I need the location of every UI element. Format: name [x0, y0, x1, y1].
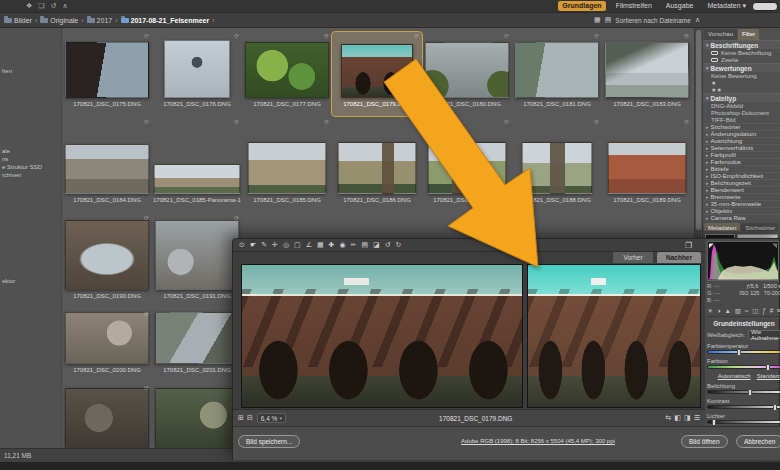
sidebar-item[interactable]: ektor: [2, 278, 15, 284]
filter-section-collapsed[interactable]: ▸35-mm-Brennweite: [703, 200, 780, 207]
filter-section-collapsed[interactable]: ▸Camera Raw: [703, 214, 780, 221]
workflow-options-link[interactable]: Adobe RGB (1998); 8 Bit; 8256 x 5504 (45…: [408, 438, 668, 444]
cancel-button[interactable]: Abbrechen: [736, 435, 780, 448]
spot-removal-tool-icon[interactable]: ✚: [329, 239, 335, 251]
filter-section-collapsed[interactable]: ▸Belichtungszeit: [703, 179, 780, 186]
rotate-badge-icon[interactable]: ⟳: [324, 118, 329, 125]
red-eye-tool-icon[interactable]: ◉: [339, 239, 345, 251]
thumbnail-cell[interactable]: 170821_DSC_0201.DNG⟳: [152, 310, 242, 382]
targeted-adjustment-tool-icon[interactable]: ◎: [283, 239, 289, 251]
filter-item[interactable]: ★★: [703, 86, 780, 93]
sidebar-item[interactable]: ale: [2, 148, 10, 154]
before-after-split-icon[interactable]: ◨: [684, 414, 691, 422]
rotate-badge-icon[interactable]: ⟳: [144, 214, 149, 221]
thumbnail-cell[interactable]: 170821_DSC_0200.DNG⟳: [62, 310, 152, 382]
filter-item[interactable]: ★: [703, 79, 780, 86]
thumbnail-view-icon[interactable]: ▦: [594, 16, 601, 24]
filter-section-collapsed[interactable]: ▸Seitenverhältnis: [703, 144, 780, 151]
sidebar-item[interactable]: ns: [2, 156, 8, 162]
auto-link[interactable]: Automatisch: [718, 373, 751, 379]
rotate-badge-icon[interactable]: ⟳: [144, 384, 149, 391]
filter-section-collapsed[interactable]: ▸Blendenwert: [703, 186, 780, 193]
save-image-button[interactable]: Bild speichern...: [238, 435, 300, 448]
toggle-panel-icon[interactable]: ❐: [685, 240, 692, 252]
straighten-tool-icon[interactable]: ∠: [306, 239, 312, 251]
crop-tool-icon[interactable]: ▢: [294, 239, 301, 251]
thumbnail-cell[interactable]: 170821_DSC_0184.DNG⟳: [62, 118, 152, 212]
rotate-badge-icon[interactable]: ⟳: [144, 118, 149, 125]
thumbnail-cell[interactable]: 170821_DSC_0179.DNG⟳: [332, 32, 422, 116]
thumbnail-cell[interactable]: 170821_DSC_0185.DNG⟳: [242, 118, 332, 212]
breadcrumb-item[interactable]: 2017: [87, 17, 113, 24]
thumbnail-cell[interactable]: 170821_DSC_0191.DNG⟳: [152, 214, 242, 308]
workspace-tab[interactable]: Filmstreifen: [612, 1, 656, 11]
list-view-icon[interactable]: ▤: [605, 16, 612, 24]
detail-icon[interactable]: ▲: [724, 307, 730, 315]
rotate-badge-icon[interactable]: ⟳: [684, 118, 689, 125]
thumbnail-cell[interactable]: 170821_DSC_0183.DNG⟳: [602, 32, 692, 116]
slider-track[interactable]: [707, 390, 780, 394]
metadata-panel-tab[interactable]: Metadaten: [704, 223, 740, 231]
zoom-level-select[interactable]: 6,4 % ▾: [257, 413, 286, 423]
search-input[interactable]: [752, 2, 778, 11]
thumbnail-cell[interactable]: 170821_DSC_0190.DNG⟳: [62, 214, 152, 308]
toggle-preview-icon[interactable]: ⊟: [247, 414, 253, 422]
breadcrumb-item[interactable]: 2017-08-21_Felsenmeer: [121, 17, 210, 24]
radial-filter-tool-icon[interactable]: ◪: [373, 239, 380, 251]
rotate-badge-icon[interactable]: ⟳: [144, 32, 149, 39]
rotate-left-icon[interactable]: ↺: [385, 239, 391, 251]
slider-track[interactable]: [707, 365, 780, 369]
scrollbar-thumb[interactable]: [696, 30, 701, 230]
thumbnail-cell[interactable]: ⟳: [152, 384, 242, 448]
before-after-side-icon[interactable]: ◧: [674, 414, 681, 422]
rotate-right-icon[interactable]: ↻: [396, 239, 402, 251]
filter-panel-tab[interactable]: Filter: [738, 29, 759, 40]
toggle-grid-icon[interactable]: ⊞: [238, 414, 244, 422]
thumbnail-cell[interactable]: 170821_DSC_0186.DNG⟳: [332, 118, 422, 212]
tone-curve-icon[interactable]: ◑: [717, 307, 721, 315]
white-balance-tool-icon[interactable]: ✎: [261, 239, 267, 251]
filter-section-header[interactable]: ▾Bewertungen: [703, 63, 780, 72]
filter-section-collapsed[interactable]: ▸ISO-Empfindlichkeit: [703, 172, 780, 179]
filter-section-collapsed[interactable]: ▸Objektiv: [703, 207, 780, 214]
slider-thumb[interactable]: [748, 389, 752, 396]
transform-tool-icon[interactable]: ▦: [317, 239, 324, 251]
white-balance-select[interactable]: Wie Aufnahme ▾: [748, 330, 780, 339]
hsl-icon[interactable]: ▥: [735, 307, 741, 315]
filter-section-collapsed[interactable]: ▸Brennweite: [703, 193, 780, 200]
rotate-badge-icon[interactable]: ⟳: [234, 118, 239, 125]
thumbnail-cell[interactable]: 170821_DSC_0175.DNG⟳: [62, 32, 152, 116]
slider-track[interactable]: [707, 350, 780, 354]
filter-section-collapsed[interactable]: ▸Stichwörter: [703, 123, 780, 130]
filter-item[interactable]: Keine Beschriftung: [703, 49, 780, 56]
sidebar-item[interactable]: e Struktur SSD: [2, 164, 42, 170]
workspace-tab[interactable]: Grundlagen: [558, 1, 605, 11]
lens-corrections-icon[interactable]: ◫: [752, 307, 758, 315]
slider-track[interactable]: [707, 405, 780, 409]
rotate-left-icon[interactable]: ↺: [51, 0, 57, 12]
filter-panel-tab[interactable]: Vorschau: [704, 29, 737, 40]
rotate-badge-icon[interactable]: ⟳: [414, 32, 419, 39]
thumbnail-cell[interactable]: 170821_DSC_0181.DNG⟳: [512, 32, 602, 116]
rotate-badge-icon[interactable]: ⟳: [594, 32, 599, 39]
slider-track[interactable]: [707, 420, 780, 424]
open-image-button[interactable]: Bild öffnen: [681, 435, 728, 448]
rotate-badge-icon[interactable]: ⟳: [144, 310, 149, 317]
graduated-filter-tool-icon[interactable]: ▤: [361, 239, 368, 251]
color-sampler-tool-icon[interactable]: ✛: [272, 239, 278, 251]
sidebar-item[interactable]: rchiven: [2, 172, 21, 178]
filter-item[interactable]: Keine Bewertung: [703, 72, 780, 79]
rotate-badge-icon[interactable]: ⟳: [504, 118, 509, 125]
adjustment-brush-tool-icon[interactable]: ✏: [351, 239, 357, 251]
thumbnail-cell[interactable]: 170821_DSC_0177.DNG⟳: [242, 32, 332, 116]
before-after-cycle-icon[interactable]: ⇆: [666, 414, 672, 422]
metadata-panel-tab[interactable]: Stichwörter: [741, 223, 779, 231]
rotate-badge-icon[interactable]: ⟳: [324, 32, 329, 39]
filter-section-collapsed[interactable]: ▸Farbprofil: [703, 151, 780, 158]
filter-section-header[interactable]: ▾Beschriftungen: [703, 40, 780, 49]
sort-ascending-icon[interactable]: ∧: [695, 16, 700, 24]
sidebar-item[interactable]: hen: [2, 68, 12, 74]
folder-stack-icon[interactable]: ❏: [38, 0, 44, 12]
breadcrumb-item[interactable]: Originale: [40, 17, 78, 24]
rotate-badge-icon[interactable]: ⟳: [594, 118, 599, 125]
